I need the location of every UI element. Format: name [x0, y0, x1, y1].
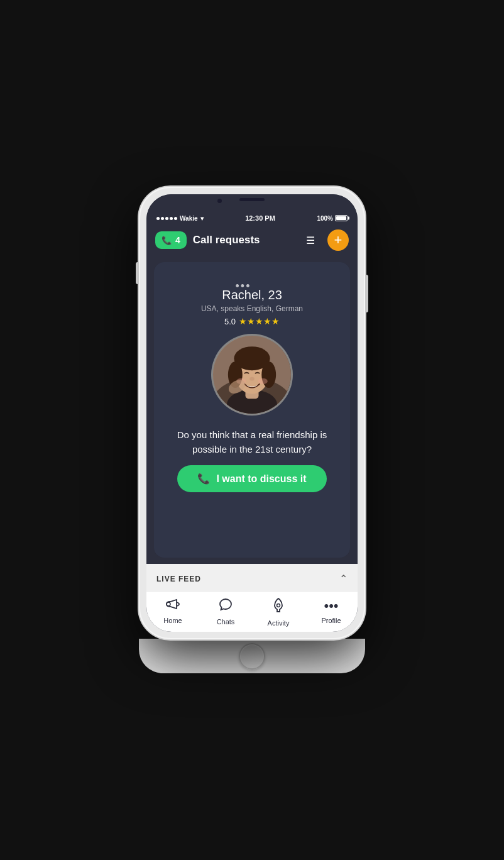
profile-name: Rachel, 23 — [222, 288, 282, 302]
discuss-button-label: I want to discuss it — [216, 473, 306, 485]
wifi-icon: ▾ — [200, 215, 204, 222]
avatar-image — [213, 336, 291, 414]
phone-inner: Wakie ▾ 12:30 PM 100% 📞 4 Call requests — [146, 194, 358, 632]
name-text: Rachel — [222, 288, 261, 302]
chats-icon — [219, 598, 233, 615]
nav-activity[interactable]: Activity — [252, 598, 305, 627]
profile-icon: ••• — [324, 598, 338, 614]
profile-rating: 5.0 ★★★★★ — [224, 316, 280, 326]
svg-point-10 — [249, 377, 255, 381]
camera-dot — [217, 199, 222, 203]
profile-card: ••• Rachel, 23 USA, speaks English, Germ… — [154, 262, 350, 558]
status-right: 100% — [317, 215, 348, 222]
nav-profile-label: Profile — [321, 617, 341, 624]
page-title: Call requests — [193, 234, 300, 246]
filter-icon[interactable]: ☰ — [306, 234, 315, 246]
phone-icon: 📞 — [162, 236, 172, 245]
battery-fill — [336, 216, 346, 220]
rating-value: 5.0 — [224, 317, 236, 326]
speaker — [239, 198, 265, 201]
time-display: 12:30 PM — [245, 214, 275, 222]
nav-chats-label: Chats — [217, 618, 235, 626]
battery-percent: 100% — [317, 215, 333, 222]
nav-profile[interactable]: ••• Profile — [305, 598, 358, 627]
add-button[interactable]: + — [327, 229, 349, 251]
status-left: Wakie ▾ — [156, 215, 204, 222]
nav-home-label: Home — [163, 617, 182, 624]
phone-top-bar — [146, 194, 358, 212]
home-icon — [165, 598, 180, 614]
live-feed-label: LIVE FEED — [156, 575, 201, 583]
header: 📞 4 Call requests ☰ + — [146, 224, 358, 256]
question-text: Do you think that a real friendship is p… — [170, 428, 334, 456]
nav-chats[interactable]: Chats — [199, 598, 252, 627]
battery-icon — [335, 215, 348, 221]
phone-outer: Wakie ▾ 12:30 PM 100% 📞 4 Call requests — [139, 187, 365, 639]
profile-details: USA, speaks English, German — [201, 304, 303, 313]
nav-activity-label: Activity — [268, 619, 290, 627]
call-requests-badge[interactable]: 📞 4 — [155, 231, 187, 249]
nav-home[interactable]: Home — [146, 598, 199, 627]
discuss-button[interactable]: 📞 I want to discuss it — [177, 465, 327, 492]
age-text: , 23 — [261, 288, 282, 302]
profile-avatar — [211, 334, 293, 416]
phone-call-icon: 📞 — [197, 473, 210, 485]
svg-point-15 — [277, 604, 280, 607]
main-content: ••• Rachel, 23 USA, speaks English, Germ… — [146, 256, 358, 564]
carrier-label: Wakie — [180, 215, 198, 222]
bottom-nav: Home Chats — [146, 591, 358, 632]
svg-point-7 — [235, 348, 268, 366]
chevron-up-icon: ⌃ — [339, 573, 348, 585]
star-icons: ★★★★★ — [239, 316, 280, 326]
home-button[interactable] — [239, 643, 265, 670]
activity-icon — [272, 598, 285, 617]
badge-count: 4 — [175, 235, 180, 245]
status-bar: Wakie ▾ 12:30 PM 100% — [146, 212, 358, 224]
svg-point-12 — [258, 378, 268, 385]
phone-frame: Wakie ▾ 12:30 PM 100% 📞 4 Call requests — [139, 187, 365, 673]
live-feed-bar[interactable]: LIVE FEED ⌃ — [146, 564, 358, 591]
signal-dots — [156, 217, 177, 220]
